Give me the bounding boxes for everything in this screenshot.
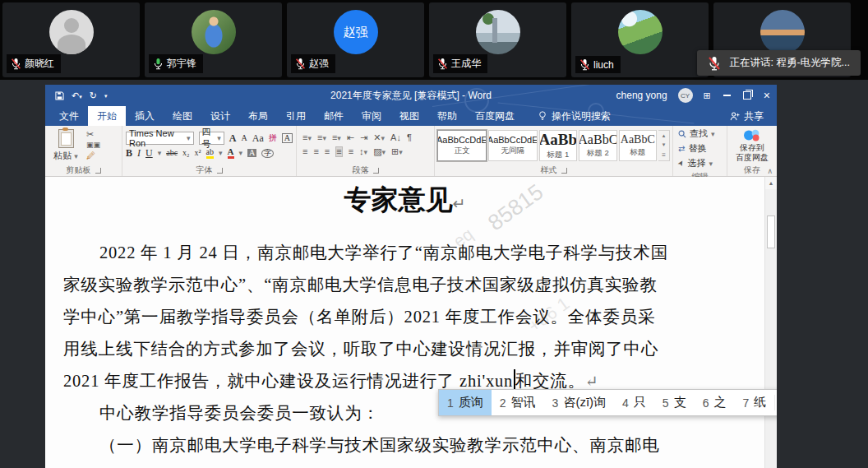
char-border-button[interactable]: A	[282, 133, 293, 143]
subscript-button[interactable]: x₂	[182, 149, 190, 157]
styles-group-label: 样式	[541, 164, 557, 176]
shading-icon[interactable]: ▨▾	[373, 147, 386, 156]
ime-candidate-4[interactable]: 4只	[614, 390, 654, 415]
scroll-up-arrow-icon[interactable]: ▲	[765, 177, 777, 189]
redo-icon[interactable]: ↻	[90, 91, 97, 100]
ribbon-display-options-icon[interactable]: ⊞	[704, 91, 711, 100]
collapse-ribbon-icon[interactable]: ∧	[767, 167, 773, 175]
participant-name: 颜晓红	[25, 57, 54, 71]
save-icon[interactable]	[55, 91, 64, 100]
replace-button[interactable]: ⇄ 替换	[678, 142, 715, 155]
grow-font-button[interactable]: A	[229, 133, 237, 143]
video-tile[interactable]: 王成华	[429, 2, 566, 77]
bold-button[interactable]: B	[126, 148, 132, 158]
style-heading[interactable]: AaBbC 标题	[619, 130, 657, 161]
tab-review[interactable]: 审阅	[353, 106, 390, 126]
phonetic-guide-button[interactable]: 拼	[269, 134, 277, 142]
justify-icon[interactable]: ≡	[335, 146, 342, 157]
numbered-list-icon[interactable]: ≡▾	[317, 133, 326, 142]
decrease-indent-icon[interactable]: ⇤	[347, 133, 354, 142]
change-case-button[interactable]: Aa	[252, 133, 264, 143]
style-no-spacing[interactable]: AaBbCcDdE 无间隔	[488, 130, 538, 161]
bullet-list-icon[interactable]: ≡▾	[302, 133, 312, 142]
tab-references[interactable]: 引用	[277, 106, 315, 126]
tab-insert[interactable]: 插入	[126, 106, 164, 126]
tab-draw[interactable]: 绘图	[164, 106, 201, 126]
style-heading1[interactable]: AaBb 标题 1	[539, 130, 577, 161]
video-tile[interactable]: 赵强 赵强	[287, 2, 424, 77]
tab-view[interactable]: 视图	[390, 106, 428, 126]
account-avatar[interactable]: CY	[678, 88, 693, 103]
underline-button[interactable]: U	[145, 148, 153, 158]
asian-layout-icon[interactable]: ✕▾	[373, 133, 385, 142]
line-spacing-icon[interactable]: ↕▾	[359, 147, 367, 156]
minimize-button[interactable]	[723, 95, 731, 96]
qat-customize-icon[interactable]: ▾	[104, 93, 108, 99]
ime-candidate-1[interactable]: 1质询	[439, 390, 492, 415]
vertical-scrollbar[interactable]: ▲	[764, 177, 777, 468]
font-size-combo[interactable]: 四号▾	[199, 132, 224, 145]
avatar	[49, 10, 94, 54]
italic-button[interactable]: I	[137, 148, 141, 158]
tab-mailings[interactable]: 邮件	[315, 106, 353, 126]
align-left-icon[interactable]: ≡	[302, 147, 307, 156]
document-canvas[interactable]: 85815 eq +86 1 专家意见↵ 2022 年 1 月 24 日，南京邮…	[45, 177, 777, 468]
ime-candidate-3[interactable]: 3咨(zī)询	[544, 390, 614, 415]
font-dialog-launcher[interactable]	[217, 168, 223, 174]
ime-candidate-5[interactable]: 5支	[654, 390, 695, 415]
video-tile[interactable]: liuch	[571, 2, 709, 77]
format-painter-icon[interactable]: 🖉	[86, 151, 100, 160]
sort-icon[interactable]: A↓	[390, 133, 401, 142]
video-tile[interactable]: 郭宇锋	[145, 2, 282, 77]
copy-icon[interactable]: ▣▣	[86, 141, 100, 149]
ime-prev-page-icon[interactable]: ‹	[775, 396, 777, 410]
style-name: 标题 1	[547, 150, 569, 160]
style-normal[interactable]: AaBbCcDdE 正文	[437, 130, 487, 161]
align-center-icon[interactable]: ≡	[313, 147, 318, 156]
find-button[interactable]: 查找▾	[678, 127, 715, 140]
tab-help[interactable]: 帮助	[428, 106, 466, 126]
borders-icon[interactable]: ⊞▾	[391, 147, 403, 156]
undo-icon[interactable]: ↶▾	[72, 91, 82, 100]
tab-design[interactable]: 设计	[201, 106, 239, 126]
tell-me-search[interactable]: 操作说明搜索	[530, 106, 619, 126]
strikethrough-button[interactable]: abc	[166, 149, 178, 157]
account-name[interactable]: cheng yong	[616, 90, 667, 101]
style-name: 无间隔	[501, 146, 524, 156]
align-right-icon[interactable]: ≡	[325, 147, 330, 156]
paste-button[interactable]: 粘贴 ▾	[48, 129, 83, 162]
font-color-button[interactable]: A	[228, 147, 234, 159]
participant-name: liuch	[593, 59, 614, 71]
font-name-combo[interactable]: Times New Ron▾	[126, 132, 194, 145]
styles-dialog-launcher[interactable]	[561, 168, 567, 174]
clipboard-dialog-launcher[interactable]	[95, 168, 101, 174]
restore-button[interactable]	[743, 91, 751, 100]
scrollbar-thumb[interactable]	[767, 215, 775, 248]
tab-baidu-netdisk[interactable]: 百度网盘	[466, 106, 524, 126]
shrink-font-button[interactable]: A	[242, 134, 247, 142]
select-button[interactable]: ➤ 选择▾	[678, 157, 715, 169]
increase-indent-icon[interactable]: ⇥	[360, 133, 367, 142]
save-to-baidu-button[interactable]: 保存到 百度网盘	[731, 128, 773, 163]
enclose-characters-button[interactable]: 字	[261, 149, 274, 158]
multilevel-list-icon[interactable]: ≡▾	[332, 133, 341, 142]
video-tile[interactable]: 颜晓红	[2, 2, 140, 77]
superscript-button[interactable]: x²	[195, 149, 201, 157]
tab-layout[interactable]: 布局	[239, 106, 277, 126]
cut-icon[interactable]: ✂	[86, 130, 100, 139]
ime-candidate-2[interactable]: 2智讯	[492, 390, 544, 415]
share-button[interactable]: 共享	[730, 106, 777, 126]
style-heading2[interactable]: AaBbC 标题 2	[579, 130, 616, 161]
char-shading-button[interactable]: A	[247, 149, 256, 157]
participant-name: 王成华	[451, 57, 481, 71]
ime-candidate-6[interactable]: 6之	[695, 390, 735, 415]
styles-gallery-scroll[interactable]: ▴▾≡	[658, 130, 670, 161]
paragraph-dialog-launcher[interactable]	[373, 168, 379, 174]
close-button[interactable]: ×	[764, 89, 770, 102]
show-marks-icon[interactable]: ¶	[407, 133, 412, 142]
distribute-icon[interactable]: ≡	[349, 147, 353, 156]
ime-candidate-7[interactable]: 7纸	[734, 390, 774, 415]
tab-file[interactable]: 文件	[50, 106, 88, 126]
tab-home[interactable]: 开始	[88, 106, 126, 126]
highlight-color-button[interactable]: ab	[206, 148, 214, 159]
